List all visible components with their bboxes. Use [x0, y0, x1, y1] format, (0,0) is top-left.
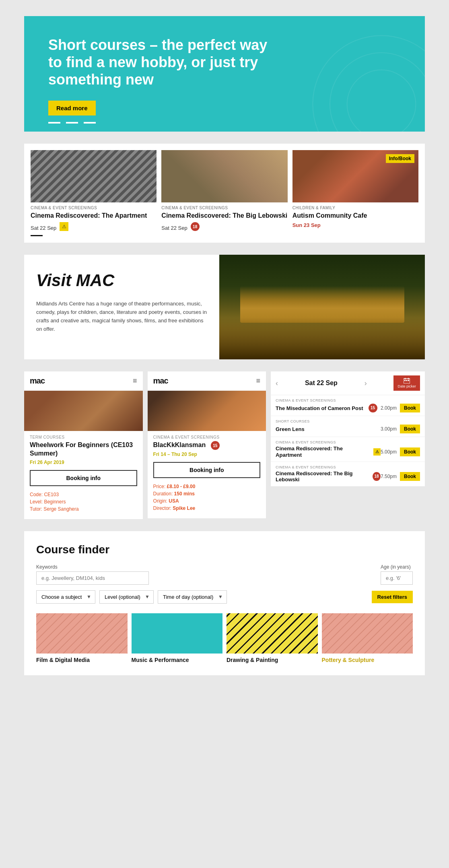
schedule-cat-4: CINEMA & EVENT SCREENINGS	[276, 465, 420, 469]
booking-info-button-1[interactable]: Booking info	[30, 470, 137, 486]
mac-date-1: Fri 26 Apr 2019	[30, 460, 137, 465]
mac-date-2: Fri 14 – Thu 20 Sep	[153, 452, 261, 457]
category-tiles: Film & Digital Media Music & Performance…	[36, 613, 413, 663]
mac-content-2: CINEMA & EVENT SCREENINGS BlacKkKlansman…	[148, 431, 266, 518]
svg-point-1	[330, 53, 425, 132]
keywords-label: Keywords	[36, 564, 149, 570]
hero-title: Short courses – the perfect way to find …	[48, 36, 274, 89]
schedule-row-1: The Miseducation of Cameron Post 15 2.00…	[276, 404, 420, 412]
time-select-wrap: Time of day (optional) ▼	[158, 590, 227, 604]
book-button-1[interactable]: Book	[400, 404, 420, 412]
schedule-title-1: The Miseducation of Cameron Post 15	[276, 404, 381, 412]
event-card-1: CINEMA & EVENT SCREENINGS Cinema Redisco…	[31, 150, 157, 237]
mac-info-level: Level: Beginners	[30, 499, 137, 505]
schedule-item-1: CINEMA & EVENT SCREENINGS The Miseducati…	[271, 395, 425, 416]
age-badge-s1: 15	[369, 404, 377, 412]
info-book-badge[interactable]: Info/Book	[386, 154, 414, 163]
svg-point-2	[347, 70, 416, 131]
mac-header-1: mac ≡	[24, 371, 143, 391]
cat-label-pottery: Pottery & Sculpture	[322, 657, 413, 663]
mac-title-1: Wheelwork For Beginners (CE103 Summer)	[30, 441, 137, 458]
level-select[interactable]: Level (optional)	[99, 590, 154, 604]
event-date-row-2: Sat 22 Sep 18	[161, 222, 287, 231]
schedule-row-4: Cinema Rediscovered: The Big Lebowski 18…	[276, 470, 420, 483]
mac-info-code: Code: CE103	[30, 492, 137, 497]
hero-dot-2[interactable]	[66, 122, 78, 124]
event-thumb-2	[161, 150, 287, 202]
svg-point-0	[313, 35, 425, 132]
subject-select-wrap: Choose a subject ▼	[36, 590, 95, 604]
age-label: Age (in years)	[381, 564, 413, 570]
finder-selects-row: Choose a subject ▼ Level (optional) ▼ Ti…	[36, 590, 413, 604]
age-input[interactable]	[381, 571, 413, 585]
schedule-item-4: CINEMA & EVENT SCREENINGS Cinema Redisco…	[271, 462, 425, 487]
mac-card-2: mac ≡ CINEMA & EVENT SCREENINGS BlacKkKl…	[148, 371, 266, 518]
hero-pagination	[48, 122, 96, 124]
booking-info-button-2[interactable]: Booking info	[153, 462, 261, 478]
calendar-icon	[404, 378, 410, 383]
warn-badge-s3: ⚠	[373, 448, 381, 456]
mac-info-price: Price: £8.10 - £9.00	[153, 484, 261, 489]
warning-badge-1: ⚠	[60, 222, 68, 231]
schedule-cat-3: CINEMA & EVENT SCREENINGS	[276, 440, 420, 444]
cat-tile-music[interactable]: Music & Performance	[132, 613, 223, 663]
event-title-3: Autism Community Cafe	[292, 212, 418, 220]
menu-icon-2[interactable]: ≡	[256, 377, 261, 385]
event-category-3: CHILDREN & FAMILY	[292, 206, 418, 210]
event-thumb-1	[31, 150, 157, 202]
mac-info-duration: Duration: 150 mins	[153, 491, 261, 497]
mac-logo-1: mac	[30, 376, 45, 386]
events-row: CINEMA & EVENT SCREENINGS Cinema Redisco…	[24, 144, 425, 243]
mac-info-origin: Origin: USA	[153, 498, 261, 504]
date-picker-button[interactable]: Date picker	[393, 375, 420, 391]
schedule-row-2: Green Lens 3.00pm Book	[276, 425, 420, 433]
schedule-title-2: Green Lens	[276, 426, 381, 433]
mac-thumb-2	[148, 391, 266, 431]
cat-tile-film[interactable]: Film & Digital Media	[36, 613, 128, 663]
svg-rect-6	[408, 380, 409, 381]
cat-label-drawing: Drawing & Painting	[227, 657, 318, 663]
cat-tile-drawing[interactable]: Drawing & Painting	[227, 613, 318, 663]
svg-rect-5	[406, 380, 408, 381]
finder-row-1: Keywords Age (in years)	[36, 564, 413, 585]
course-finder-section: Course finder Keywords Age (in years) Ch…	[24, 531, 425, 675]
schedule-time-2: 3.00pm	[381, 426, 397, 432]
mac-info-tutor: Tutor: Serge Sanghera	[30, 506, 137, 512]
event-divider-1	[31, 235, 43, 236]
schedule-next-button[interactable]: ›	[365, 379, 367, 388]
schedule-time-4: 7.50pm	[381, 474, 397, 479]
read-more-button[interactable]: Read more	[48, 101, 96, 115]
term-label-1: TERM COURSES	[30, 435, 137, 439]
schedule-prev-button[interactable]: ‹	[276, 379, 278, 388]
schedule-title-4: Cinema Rediscovered: The Big Lebowski 18	[276, 470, 381, 483]
event-date-1: Sat 22 Sep	[31, 225, 56, 231]
mac-card-1: mac ≡ TERM COURSES Wheelwork For Beginne…	[24, 371, 143, 519]
cat-tile-pottery[interactable]: Pottery & Sculpture	[322, 613, 413, 663]
mac-logo-2: mac	[153, 376, 168, 386]
book-button-2[interactable]: Book	[400, 425, 420, 433]
event-date-row-1: Sat 22 Sep ⚠	[31, 222, 157, 231]
keywords-input[interactable]	[36, 571, 149, 585]
event-card-3: Info/Book CHILDREN & FAMILY Autism Commu…	[292, 150, 418, 237]
visit-mac-image	[219, 255, 425, 359]
reset-filters-button[interactable]: Reset filters	[372, 591, 413, 603]
level-select-wrap: Level (optional) ▼	[99, 590, 154, 604]
menu-icon-1[interactable]: ≡	[133, 377, 137, 385]
date-picker-label: Date picker	[398, 384, 416, 388]
night-reflection	[219, 318, 425, 359]
hero-dot-3[interactable]	[84, 122, 96, 124]
svg-rect-4	[404, 380, 406, 381]
visit-mac-title: Visit MAC	[36, 271, 207, 290]
hero-banner: Short courses – the perfect way to find …	[24, 16, 425, 132]
keywords-field: Keywords	[36, 564, 149, 585]
book-button-4[interactable]: Book	[400, 472, 420, 481]
cat-tile-image-drawing	[227, 613, 318, 654]
visit-mac-section: Visit MAC Midlands Arts Centre has a hug…	[24, 255, 425, 359]
hero-dot-1[interactable]	[48, 122, 60, 124]
time-select[interactable]: Time of day (optional)	[158, 590, 227, 604]
cat-tile-image-pottery	[322, 613, 413, 654]
event-category-1: CINEMA & EVENT SCREENINGS	[31, 206, 157, 210]
subject-select[interactable]: Choose a subject	[36, 590, 95, 604]
schedule-item-2: SHORT COURSES Green Lens 3.00pm Book	[271, 416, 425, 437]
book-button-3[interactable]: Book	[400, 447, 420, 456]
